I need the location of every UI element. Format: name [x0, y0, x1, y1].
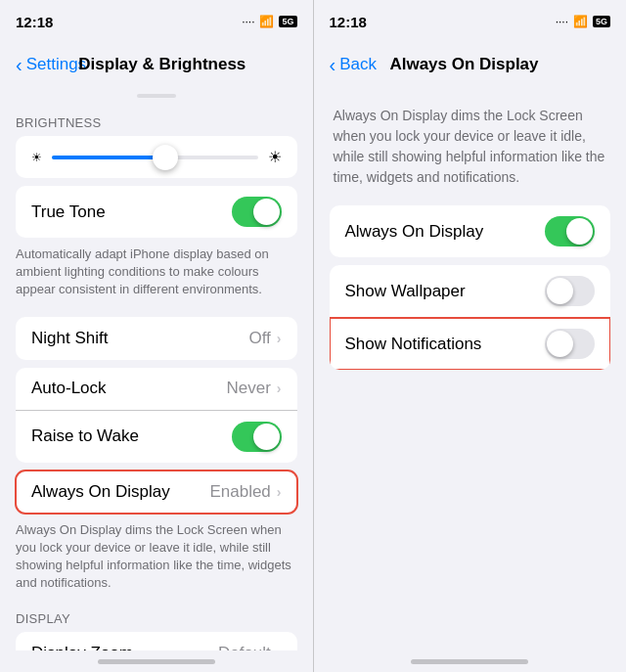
auto-lock-value: Never [226, 379, 270, 398]
signal-icon-right: ···· [556, 15, 568, 28]
true-tone-group: True Tone [16, 186, 297, 238]
night-shift-value: Off [248, 329, 270, 348]
page-title-right: Always On Display [318, 55, 610, 74]
aod-toggle[interactable] [545, 216, 595, 246]
aod-toggle-row[interactable]: Always On Display [330, 205, 611, 257]
aod-toggle-label: Always On Display [345, 222, 546, 242]
home-bar-right [411, 659, 528, 664]
wifi-icon-right: 📶 [573, 15, 588, 28]
status-bar-right: 12:18 ···· 📶 5G [314, 0, 627, 43]
display-zoom-label: Display Zoom [31, 644, 218, 650]
nav-bar-left: ‹ Settings Display & Brightness [0, 43, 313, 86]
always-on-display-value: Enabled [209, 482, 270, 502]
display-zoom-row[interactable]: Display Zoom Default › [16, 632, 297, 650]
signal-icon-left: ···· [242, 15, 254, 28]
auto-lock-label: Auto-Lock [31, 379, 226, 398]
true-tone-label: True Tone [31, 202, 232, 222]
brightness-low-icon: ☀ [31, 151, 42, 164]
night-shift-group: Night Shift Off › [16, 317, 297, 360]
page-title-left: Display & Brightness [27, 55, 296, 74]
aod-toggle-thumb [566, 218, 593, 245]
brightness-thumb [153, 145, 178, 170]
nav-bar-right: ‹ Back Always On Display [314, 43, 627, 86]
aod-description-right: Always On Display dims the Lock Screen w… [314, 94, 627, 205]
show-notifications-thumb [547, 331, 573, 357]
display-zoom-value: Default [218, 644, 271, 650]
back-chevron-left: ‹ [16, 55, 22, 74]
show-notifications-label: Show Notifications [345, 335, 546, 354]
show-notifications-row[interactable]: Show Notifications [330, 318, 611, 370]
brightness-slider[interactable] [52, 156, 258, 159]
always-on-display-chevron: › [277, 484, 282, 500]
true-tone-description: Automatically adapt iPhone display based… [0, 238, 313, 309]
brightness-row[interactable]: ☀ ☀ [16, 136, 297, 178]
show-notifications-toggle[interactable] [545, 329, 595, 359]
true-tone-row[interactable]: True Tone [16, 186, 297, 238]
brightness-section-label: BRIGHTNESS [0, 115, 313, 130]
night-shift-row[interactable]: Night Shift Off › [16, 317, 297, 360]
always-on-display-group: Always On Display Enabled › [16, 470, 297, 514]
raise-to-wake-label: Raise to Wake [31, 426, 232, 446]
aod-settings-group: Always On Display [330, 205, 611, 257]
show-wallpaper-row[interactable]: Show Wallpaper [330, 265, 611, 318]
status-icons-right: ···· 📶 5G [556, 15, 610, 28]
time-right: 12:18 [330, 14, 367, 30]
scroll-area-left[interactable]: BRIGHTNESS ☀ ☀ True Tone Automatically a… [0, 86, 313, 650]
misc-group: Auto-Lock Never › Raise to Wake [16, 368, 297, 463]
always-on-display-row[interactable]: Always On Display Enabled › [16, 470, 297, 514]
raise-to-wake-row[interactable]: Raise to Wake [16, 411, 297, 463]
display-zoom-group: Display Zoom Default › [16, 632, 297, 650]
time-left: 12:18 [16, 14, 53, 30]
auto-lock-chevron: › [277, 381, 282, 396]
auto-lock-row[interactable]: Auto-Lock Never › [16, 368, 297, 411]
night-shift-label: Night Shift [31, 329, 248, 348]
show-wallpaper-thumb [547, 278, 573, 304]
show-wallpaper-label: Show Wallpaper [345, 282, 546, 301]
raise-to-wake-toggle[interactable] [232, 422, 282, 452]
right-screen: 12:18 ···· 📶 5G ‹ Back Always On Display… [314, 0, 627, 672]
status-icons-left: ···· 📶 5G [242, 15, 296, 28]
display-section-label: DISPLAY [0, 611, 313, 626]
wifi-icon-left: 📶 [259, 15, 274, 28]
home-indicator-left [0, 650, 313, 672]
raise-to-wake-thumb [253, 424, 280, 450]
true-tone-thumb [253, 199, 280, 225]
display-zoom-chevron: › [277, 646, 282, 650]
wallpaper-notifications-group: Show Wallpaper Show Notifications [330, 265, 611, 370]
home-indicator-right [314, 650, 627, 672]
status-bar-left: 12:18 ···· 📶 5G [0, 0, 313, 43]
brightness-fill [52, 156, 165, 159]
true-tone-toggle[interactable] [232, 197, 282, 227]
battery-left: 5G [279, 16, 296, 27]
show-wallpaper-toggle[interactable] [545, 276, 595, 306]
always-on-display-label: Always On Display [31, 482, 209, 502]
aod-description-left: Always On Display dims the Lock Screen w… [0, 514, 313, 603]
home-bar-left [98, 659, 215, 664]
scroll-area-right[interactable]: Always On Display dims the Lock Screen w… [314, 86, 627, 650]
battery-right: 5G [593, 16, 610, 27]
left-screen: 12:18 ···· 📶 5G ‹ Settings Display & Bri… [0, 0, 313, 672]
brightness-high-icon: ☀ [268, 148, 282, 166]
night-shift-chevron: › [277, 331, 282, 346]
